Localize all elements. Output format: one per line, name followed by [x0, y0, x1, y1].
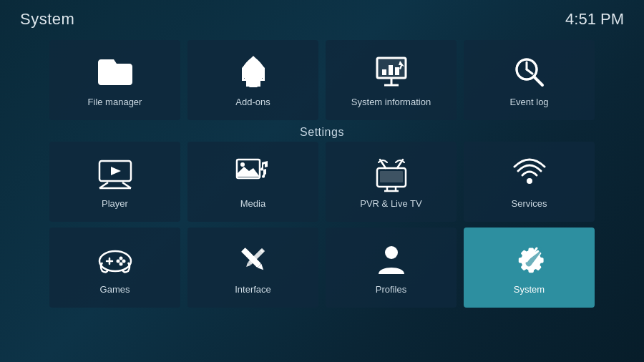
tile-label-interface: Interface — [235, 284, 271, 295]
tile-label-file-manager: File manager — [88, 97, 142, 107]
tile-services[interactable]: Services — [464, 142, 595, 222]
svg-rect-6 — [382, 69, 386, 75]
svg-rect-25 — [380, 171, 403, 182]
svg-marker-15 — [111, 167, 121, 175]
tile-pvr-live-tv[interactable]: PVR & Live TV — [326, 142, 457, 222]
folder-icon — [97, 54, 134, 91]
tile-player[interactable]: Player — [49, 142, 180, 222]
system-icon — [511, 241, 548, 278]
tile-file-manager[interactable]: File manager — [49, 40, 180, 120]
media-icon — [235, 155, 272, 192]
svg-point-30 — [99, 251, 131, 271]
svg-marker-20 — [237, 167, 260, 177]
tile-media[interactable]: Media — [187, 142, 318, 222]
sysinfo-icon — [373, 54, 410, 91]
settings-label: Settings — [0, 126, 644, 139]
settings-row-2: Games Interface — [0, 228, 644, 308]
tile-add-ons[interactable]: Add-ons — [187, 40, 318, 120]
svg-line-12 — [534, 77, 542, 85]
svg-line-11 — [527, 69, 532, 74]
tile-label-media: Media — [240, 198, 265, 209]
interface-icon — [235, 241, 272, 278]
settings-row-1: Player Media — [0, 142, 644, 222]
tile-games[interactable]: Games — [49, 228, 180, 308]
pvr-icon — [373, 155, 410, 192]
tile-label-event-log: Event log — [509, 97, 548, 107]
services-icon — [511, 155, 548, 192]
top-row: File manager Add-ons — [0, 36, 644, 122]
svg-point-35 — [119, 262, 122, 265]
eventlog-icon — [511, 54, 548, 91]
tile-label-services: Services — [512, 198, 547, 209]
tile-label-system-information: System information — [351, 97, 431, 107]
svg-point-34 — [122, 259, 125, 263]
svg-rect-8 — [395, 67, 399, 75]
tile-label-add-ons: Add-ons — [235, 97, 270, 107]
tile-label-player: Player — [102, 198, 128, 209]
tile-system-information[interactable]: System information — [326, 40, 457, 120]
tile-system[interactable]: System — [464, 228, 595, 308]
clock: 4:51 PM — [565, 10, 624, 29]
svg-point-21 — [240, 162, 245, 167]
tile-event-log[interactable]: Event log — [464, 40, 595, 120]
addons-icon — [235, 54, 272, 91]
tile-label-pvr-live-tv: PVR & Live TV — [360, 198, 421, 209]
svg-rect-7 — [389, 65, 393, 75]
page-title: System — [20, 10, 74, 29]
svg-point-43 — [385, 246, 398, 259]
player-icon — [97, 155, 134, 192]
header: System 4:51 PM — [0, 0, 644, 36]
tile-interface[interactable]: Interface — [187, 228, 318, 308]
tile-label-profiles: Profiles — [376, 284, 406, 295]
tile-label-games: Games — [100, 284, 130, 295]
svg-point-33 — [119, 256, 122, 260]
tile-profiles[interactable]: Profiles — [326, 228, 457, 308]
profiles-icon — [373, 241, 410, 278]
tile-label-system: System — [514, 284, 545, 295]
svg-point-36 — [116, 259, 119, 263]
svg-point-29 — [527, 178, 532, 184]
games-icon — [97, 241, 134, 278]
